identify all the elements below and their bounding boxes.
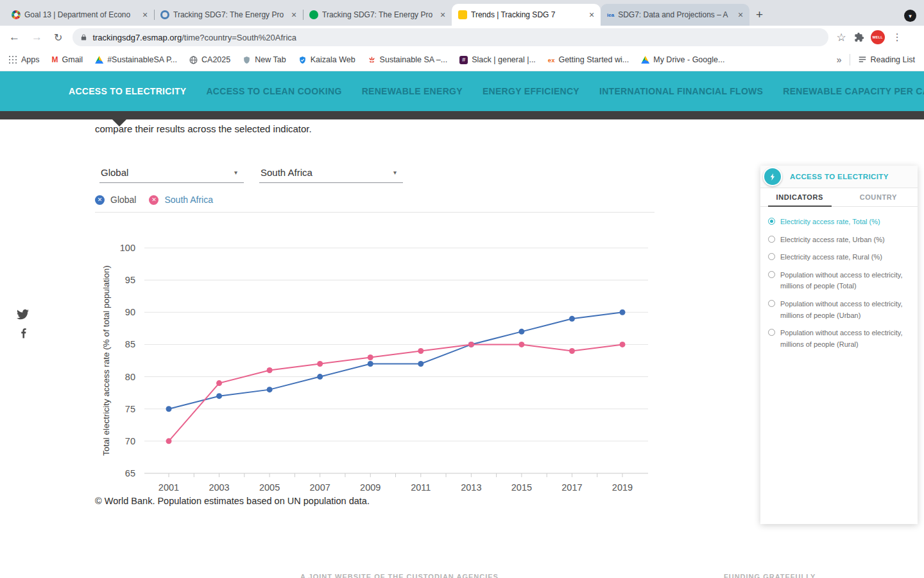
reload-icon[interactable]: ↻ xyxy=(54,31,62,44)
reading-list-button[interactable]: Reading List xyxy=(858,55,916,64)
indicator-option-pop-urban[interactable]: Population without access to electricity… xyxy=(768,299,910,321)
tab-close-icon[interactable]: × xyxy=(140,10,150,20)
facebook-share-icon[interactable] xyxy=(19,327,29,342)
new-tab-button[interactable]: + xyxy=(756,8,763,21)
shield-check-icon xyxy=(298,56,307,64)
svg-text:95: 95 xyxy=(125,275,135,285)
browser-tab-active[interactable]: Trends | Tracking SDG 7 × xyxy=(452,4,601,26)
browser-tab[interactable]: iea SDG7: Data and Projections – A × xyxy=(601,4,749,26)
bookmark-ca2025[interactable]: CA2025 xyxy=(189,55,230,64)
svg-text:2003: 2003 xyxy=(209,482,229,493)
nav-item-renewable-energy[interactable]: RENEWABLE ENERGY xyxy=(362,86,463,96)
bookmark-getting-started[interactable]: ex Getting Started wi... xyxy=(548,55,629,64)
bookmark-gmail[interactable]: M Gmail xyxy=(52,55,83,64)
intro-text: compare their results across the selecte… xyxy=(95,123,312,134)
browser-menu-icon[interactable]: ⋮ xyxy=(893,31,902,43)
indicator-option-urban[interactable]: Electricity access rate, Urban (%) xyxy=(768,234,910,246)
indicator-label: Electricity access rate, Rural (%) xyxy=(780,252,882,263)
indicator-panel: ACCESS TO ELECTRICITY INDICATORS COUNTRY… xyxy=(760,166,918,524)
indicator-option-pop-total[interactable]: Population without access to electricity… xyxy=(768,270,910,292)
bookmark-sustainablesa[interactable]: #SustainableSA P... xyxy=(95,55,177,64)
reading-list-icon xyxy=(858,55,867,64)
svg-text:2001: 2001 xyxy=(158,482,179,493)
browser-tab[interactable]: Tracking SDG7: The Energy Pro × xyxy=(303,4,452,26)
indicator-option-rural[interactable]: Electricity access rate, Rural (%) xyxy=(768,252,910,263)
chart-attribution: © World Bank. Population estimates based… xyxy=(95,496,370,506)
tab-country[interactable]: COUNTRY xyxy=(839,188,918,206)
nav-item-access-to-clean-cooking[interactable]: ACCESS TO CLEAN COOKING xyxy=(206,86,341,96)
indicator-list: Electricity access rate, Total (%) Elect… xyxy=(760,207,918,350)
address-bar[interactable]: trackingsdg7.esmap.org/time?country=Sout… xyxy=(73,28,828,46)
site-nav: ACCESS TO ELECTRICITY ACCESS TO CLEAN CO… xyxy=(0,71,924,111)
remove-south-africa-icon[interactable]: ✕ xyxy=(149,195,158,205)
shield-icon xyxy=(243,56,251,64)
lock-icon xyxy=(80,33,87,41)
bookmark-newtab[interactable]: New Tab xyxy=(243,55,286,64)
content-divider xyxy=(95,212,654,213)
bookmark-star-icon[interactable]: ☆ xyxy=(836,31,846,44)
bookmark-mydrive[interactable]: My Drive - Google... xyxy=(641,55,724,64)
bookmark-apps[interactable]: Apps xyxy=(9,55,40,64)
bookmarks-overflow-icon[interactable]: » xyxy=(837,55,842,65)
browser-tab[interactable]: Goal 13 | Department of Econo × xyxy=(5,4,154,26)
panel-tabs: INDICATORS COUNTRY xyxy=(760,188,918,207)
sdg7-site-icon xyxy=(160,10,169,19)
country-select[interactable]: South Africa ▾ xyxy=(259,162,403,183)
tab-indicators[interactable]: INDICATORS xyxy=(760,188,839,206)
panel-title: ACCESS TO ELECTRICITY xyxy=(790,173,889,180)
tab-close-icon[interactable]: × xyxy=(289,10,299,20)
chip-label: Global xyxy=(110,195,136,205)
nav-item-access-to-electricity[interactable]: ACCESS TO ELECTRICITY xyxy=(69,86,186,96)
tab-search-button[interactable]: ▾ xyxy=(904,10,916,22)
radio-icon xyxy=(768,329,775,336)
tab-close-icon[interactable]: × xyxy=(438,10,448,20)
forward-icon[interactable]: → xyxy=(31,31,42,44)
sdg7-green-icon xyxy=(309,10,318,19)
browser-toolbar: ← → ↻ trackingsdg7.esmap.org/time?countr… xyxy=(0,26,924,49)
svg-text:90: 90 xyxy=(125,307,135,317)
drive-icon xyxy=(95,56,103,64)
indicator-option-pop-rural[interactable]: Population without access to electricity… xyxy=(768,328,910,350)
bookmark-label: Slack | general |... xyxy=(472,55,536,64)
extensions-puzzle-icon[interactable] xyxy=(854,32,864,42)
panel-header: ACCESS TO ELECTRICITY xyxy=(760,166,918,188)
bookmark-kaizala[interactable]: Kaizala Web xyxy=(298,55,355,64)
browser-tab[interactable]: Tracking SDG7: The Energy Pro × xyxy=(154,4,303,26)
drive-icon xyxy=(641,56,649,64)
globe-icon xyxy=(189,56,198,64)
svg-text:2011: 2011 xyxy=(411,482,431,493)
chevron-down-icon: ▾ xyxy=(393,169,397,176)
svg-text:2015: 2015 xyxy=(511,482,532,493)
tab-title: SDG7: Data and Projections – A xyxy=(618,10,732,19)
svg-text:70: 70 xyxy=(125,436,135,446)
nav-item-renewable-capacity-per-capita[interactable]: RENEWABLE CAPACITY PER CAPITA xyxy=(783,86,924,96)
svg-text:2009: 2009 xyxy=(360,482,381,493)
bookmark-label: CA2025 xyxy=(201,55,230,64)
bookmark-sustainable-sa[interactable]: Sustainable SA –... xyxy=(368,55,448,64)
trends-favicon-icon xyxy=(458,10,467,19)
nav-underbar xyxy=(0,111,924,119)
region-select[interactable]: Global ▾ xyxy=(99,162,244,183)
ex-icon: ex xyxy=(548,57,555,64)
apps-grid-icon xyxy=(9,56,10,57)
region-select-value: Global xyxy=(101,167,128,178)
sdg-wheel-icon xyxy=(12,10,21,19)
indicator-option-total[interactable]: Electricity access rate, Total (%) xyxy=(768,216,910,228)
profile-badge[interactable]: WELL xyxy=(871,30,885,44)
flower-icon xyxy=(368,56,376,64)
nav-item-international-financial-flows[interactable]: INTERNATIONAL FINANCIAL FLOWS xyxy=(599,86,763,96)
remove-global-icon[interactable]: ✕ xyxy=(95,195,105,205)
radio-icon xyxy=(768,300,775,307)
nav-item-energy-efficiency[interactable]: ENERGY EFFICIENCY xyxy=(483,86,579,96)
radio-selected-icon xyxy=(768,218,775,225)
lightning-bolt-icon xyxy=(763,167,782,186)
twitter-share-icon[interactable] xyxy=(17,308,29,323)
chip-label: South Africa xyxy=(164,195,213,205)
selected-series-chips: ✕ Global ✕ South Africa xyxy=(95,195,213,205)
tab-close-icon[interactable]: × xyxy=(586,10,597,20)
bookmark-slack[interactable]: # Slack | general |... xyxy=(459,55,536,64)
svg-text:100: 100 xyxy=(120,243,135,253)
back-icon[interactable]: ← xyxy=(9,31,20,44)
indicator-label: Population without access to electricity… xyxy=(780,328,910,350)
tab-close-icon[interactable]: × xyxy=(735,10,746,20)
